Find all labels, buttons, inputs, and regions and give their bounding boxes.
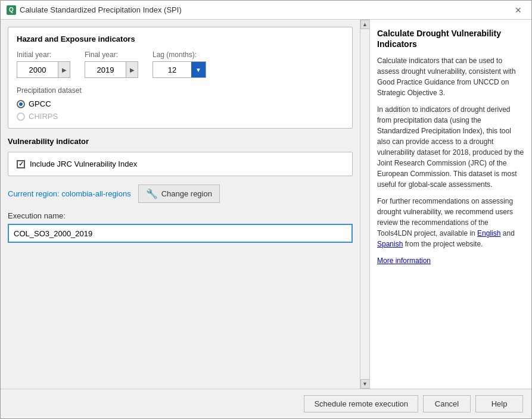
footer: Schedule remote execution Cancel Help [1,389,531,418]
right-para3: For further recommendations on assessing… [377,196,524,249]
scroll-thumb[interactable] [360,29,369,379]
right-para2: In addition to indicators of drought der… [377,104,524,190]
dataset-label: Precipitation dataset [17,86,344,95]
scrollbar[interactable]: ▲ ▼ [360,20,369,389]
final-year-spinner[interactable]: 2019 ▶ [85,61,138,78]
initial-year-value: 2000 [17,65,58,74]
schedule-remote-button[interactable]: Schedule remote execution [304,395,418,412]
lag-dropdown[interactable]: 12 ▼ [153,61,206,78]
right-panel: Calculate Drought Vulnerability Indicato… [369,20,531,389]
exec-name-section: Execution name: [8,211,353,243]
english-link[interactable]: English [477,229,500,237]
final-year-arrow[interactable]: ▶ [126,62,138,77]
hazard-section-title: Hazard and Exposure indicators [17,35,344,43]
title-bar-left: Q Calulate Standardized Precipitation In… [7,5,182,15]
current-region-label: Current region: colombia-all-regions [8,189,131,198]
initial-year-label: Initial year: [17,51,70,59]
spanish-link[interactable]: Spanish [377,240,403,248]
right-heading: Calculate Drought Vulnerability Indicato… [377,28,524,49]
chirps-radio[interactable] [17,112,25,121]
vuln-box: Include JRC Vulnerability Index [8,152,353,176]
initial-year-field: Initial year: 2000 ▶ [17,51,70,78]
gpcc-label: GPCC [29,99,51,108]
lag-value: 12 [153,65,191,74]
change-region-label: Change region [161,189,212,198]
final-year-value: 2019 [85,65,126,74]
dataset-radio-group: GPCC CHIRPS [17,99,344,121]
scroll-up-arrow[interactable]: ▲ [360,20,370,29]
jrc-label: Include JRC Vulnerability Index [30,160,137,168]
chirps-label: CHIRPS [29,112,58,121]
gpcc-radio[interactable] [17,100,25,108]
hazard-section: Hazard and Exposure indicators Initial y… [8,27,353,129]
initial-year-spinner[interactable]: 2000 ▶ [17,61,70,78]
change-region-button[interactable]: 🔧 Change region [138,185,220,203]
app-icon: Q [7,5,16,15]
more-info-link[interactable]: More information [377,257,431,265]
chirps-radio-item[interactable]: CHIRPS [17,112,344,121]
vulnerability-section: Vulnerability indicator Include JRC Vuln… [8,137,353,176]
region-row: Current region: colombia-all-regions 🔧 C… [8,185,353,203]
right-para1: Calculate indicators that can be used to… [377,55,524,98]
window-title: Calulate Standardized Precipitation Inde… [20,5,182,14]
year-row: Initial year: 2000 ▶ Final year: 2019 ▶ [17,51,344,78]
wrench-icon: 🔧 [146,188,158,199]
lag-field: Lag (months): 12 ▼ [153,51,206,78]
gpcc-radio-item[interactable]: GPCC [17,99,344,108]
cancel-button[interactable]: Cancel [423,395,471,412]
scroll-down-arrow[interactable]: ▼ [360,379,370,389]
final-year-field: Final year: 2019 ▶ [85,51,138,78]
jrc-checkbox[interactable] [17,160,25,168]
close-button[interactable]: ✕ [511,4,525,16]
title-bar: Q Calulate Standardized Precipitation In… [1,1,531,20]
left-panel: Hazard and Exposure indicators Initial y… [1,20,360,389]
jrc-checkbox-item[interactable]: Include JRC Vulnerability Index [17,160,344,168]
lag-label: Lag (months): [153,51,206,59]
main-window: Q Calulate Standardized Precipitation In… [0,0,532,419]
lag-arrow-icon[interactable]: ▼ [191,62,206,77]
initial-year-arrow[interactable]: ▶ [58,62,70,77]
exec-name-label: Execution name: [8,211,353,220]
main-content: Hazard and Exposure indicators Initial y… [1,20,531,389]
more-info-p: More information [377,255,524,266]
exec-name-input[interactable] [8,224,353,243]
vulnerability-title: Vulnerability indicator [8,137,353,146]
final-year-label: Final year: [85,51,138,59]
help-button[interactable]: Help [475,395,523,412]
